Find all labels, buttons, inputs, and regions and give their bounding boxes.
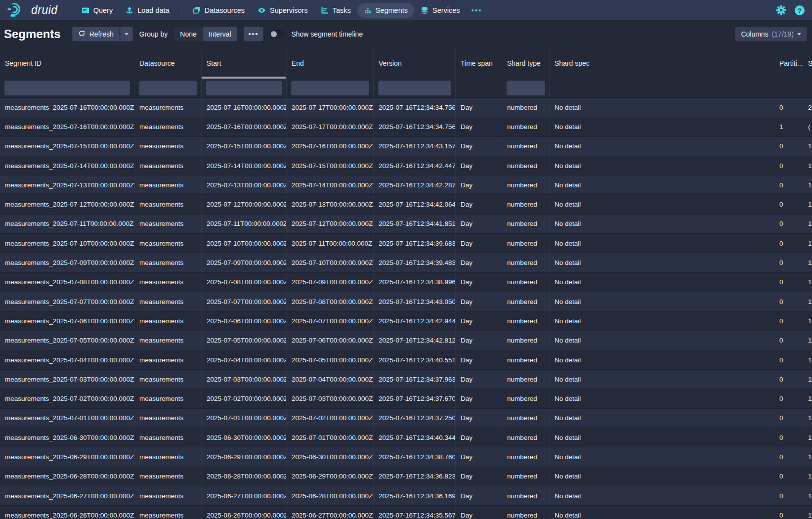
cell-size[interactable]: 1 bbox=[803, 195, 812, 214]
cell-datasource[interactable]: measurements bbox=[134, 331, 202, 350]
cell-partition[interactable]: 0 bbox=[774, 506, 803, 519]
filter-input-start[interactable] bbox=[206, 81, 282, 95]
filter-input-segment_id[interactable] bbox=[4, 81, 130, 95]
cell-datasource[interactable]: measurements bbox=[134, 428, 202, 447]
cell-shard_spec[interactable]: No detail bbox=[550, 273, 774, 292]
column-header-size[interactable]: S bbox=[803, 48, 812, 79]
cell-datasource[interactable]: measurements bbox=[134, 389, 202, 408]
cell-shard_spec[interactable]: No detail bbox=[550, 234, 774, 253]
cell-segment_id[interactable]: measurements_2025-07-01T00:00:00.000Z... bbox=[0, 409, 134, 428]
cell-shard_spec[interactable]: No detail bbox=[550, 350, 774, 369]
cell-segment_id[interactable]: measurements_2025-06-28T00:00:00.000Z... bbox=[0, 467, 134, 486]
cell-end[interactable]: 2025-07-15T00:00:00.000Z bbox=[287, 156, 374, 175]
cell-end[interactable]: 2025-07-01T00:00:00.000Z bbox=[287, 428, 374, 447]
cell-start[interactable]: 2025-07-16T00:00:00.000Z bbox=[202, 98, 287, 117]
cell-shard_spec[interactable]: No detail bbox=[550, 370, 774, 389]
cell-version[interactable]: 2025-07-16T12:34:35.567Z bbox=[374, 506, 456, 519]
cell-start[interactable]: 2025-07-08T00:00:00.000Z bbox=[202, 273, 287, 292]
nav-item-query[interactable]: Query bbox=[75, 3, 120, 18]
cell-segment_id[interactable]: measurements_2025-07-05T00:00:00.000Z... bbox=[0, 331, 134, 350]
cell-time_span[interactable]: Day bbox=[456, 137, 502, 156]
nav-item-tasks[interactable]: Tasks bbox=[314, 3, 357, 18]
cell-shard_spec[interactable]: No detail bbox=[550, 389, 774, 408]
table-row[interactable]: measurements_2025-07-06T00:00:00.000Z...… bbox=[0, 311, 812, 331]
table-row[interactable]: measurements_2025-06-28T00:00:00.000Z...… bbox=[0, 467, 812, 486]
column-header-partition[interactable]: Partiti... bbox=[774, 48, 803, 79]
cell-start[interactable]: 2025-06-28T00:00:00.000Z bbox=[202, 467, 287, 486]
refresh-interval-dropdown[interactable] bbox=[120, 27, 133, 42]
cell-end[interactable]: 2025-06-28T00:00:00.000Z bbox=[287, 486, 374, 505]
cell-partition[interactable]: 0 bbox=[774, 331, 803, 350]
gear-icon[interactable] bbox=[776, 5, 786, 15]
cell-segment_id[interactable]: measurements_2025-07-14T00:00:00.000Z... bbox=[0, 156, 134, 175]
table-row[interactable]: measurements_2025-07-09T00:00:00.000Z...… bbox=[0, 253, 812, 272]
toolbar-more-button[interactable]: ••• bbox=[244, 27, 264, 42]
cell-shard_spec[interactable]: No detail bbox=[550, 253, 774, 272]
cell-time_span[interactable]: Day bbox=[456, 409, 502, 428]
column-header-shard_spec[interactable]: Shard spec bbox=[550, 48, 774, 79]
cell-size[interactable]: 1 bbox=[803, 215, 812, 233]
cell-time_span[interactable]: Day bbox=[456, 467, 502, 486]
cell-version[interactable]: 2025-07-16T12:34:34.756Z bbox=[374, 117, 456, 136]
cell-segment_id[interactable]: measurements_2025-07-12T00:00:00.000Z... bbox=[0, 195, 134, 214]
cell-size[interactable]: 1 bbox=[803, 253, 812, 272]
table-row[interactable]: measurements_2025-07-08T00:00:00.000Z...… bbox=[0, 273, 812, 292]
cell-time_span[interactable]: Day bbox=[456, 253, 502, 272]
cell-size[interactable]: 1 bbox=[803, 273, 812, 292]
cell-partition[interactable]: 0 bbox=[774, 428, 803, 447]
cell-partition[interactable]: 0 bbox=[774, 467, 803, 486]
cell-version[interactable]: 2025-07-16T12:34:36.823Z bbox=[374, 467, 456, 486]
cell-partition[interactable]: 0 bbox=[774, 389, 803, 408]
cell-version[interactable]: 2025-07-16T12:34:34.756Z bbox=[374, 98, 456, 117]
cell-end[interactable]: 2025-07-05T00:00:00.000Z bbox=[287, 350, 374, 369]
cell-datasource[interactable]: measurements bbox=[134, 409, 202, 428]
cell-version[interactable]: 2025-07-16T12:34:42.812Z bbox=[374, 331, 456, 350]
table-row[interactable]: measurements_2025-07-13T00:00:00.000Z...… bbox=[0, 175, 812, 195]
cell-start[interactable]: 2025-07-11T00:00:00.000Z bbox=[202, 215, 287, 233]
table-row[interactable]: measurements_2025-07-12T00:00:00.000Z...… bbox=[0, 195, 812, 214]
cell-start[interactable]: 2025-06-26T00:00:00.000Z bbox=[202, 506, 287, 519]
cell-shard_type[interactable]: numbered bbox=[502, 195, 550, 214]
cell-partition[interactable]: 0 bbox=[774, 253, 803, 272]
cell-segment_id[interactable]: measurements_2025-06-30T00:00:00.000Z... bbox=[0, 428, 134, 447]
cell-datasource[interactable]: measurements bbox=[134, 506, 202, 519]
cell-segment_id[interactable]: measurements_2025-07-16T00:00:00.000Z... bbox=[0, 117, 134, 136]
help-icon[interactable]: ? bbox=[794, 5, 805, 16]
cell-size[interactable]: 1 bbox=[803, 292, 812, 311]
cell-datasource[interactable]: measurements bbox=[134, 156, 202, 175]
cell-end[interactable]: 2025-07-14T00:00:00.000Z bbox=[287, 175, 374, 194]
cell-datasource[interactable]: measurements bbox=[134, 273, 202, 292]
cell-datasource[interactable]: measurements bbox=[134, 117, 202, 136]
cell-shard_spec[interactable]: No detail bbox=[550, 447, 774, 466]
column-header-shard_type[interactable]: Shard type bbox=[502, 48, 550, 79]
cell-size[interactable]: 1 bbox=[803, 175, 812, 194]
cell-datasource[interactable]: measurements bbox=[134, 195, 202, 214]
cell-shard_spec[interactable]: No detail bbox=[550, 98, 774, 117]
cell-partition[interactable]: 0 bbox=[774, 156, 803, 175]
cell-partition[interactable]: 0 bbox=[774, 137, 803, 156]
cell-time_span[interactable]: Day bbox=[456, 215, 502, 233]
cell-start[interactable]: 2025-07-09T00:00:00.000Z bbox=[202, 253, 287, 272]
cell-start[interactable]: 2025-07-12T00:00:00.000Z bbox=[202, 195, 287, 214]
table-row[interactable]: measurements_2025-07-16T00:00:00.000Z...… bbox=[0, 98, 812, 117]
cell-partition[interactable]: 0 bbox=[774, 311, 803, 330]
cell-segment_id[interactable]: measurements_2025-06-27T00:00:00.000Z... bbox=[0, 486, 134, 505]
nav-item-datasources[interactable]: Datasources bbox=[186, 3, 251, 18]
cell-partition[interactable]: 0 bbox=[774, 195, 803, 214]
cell-shard_type[interactable]: numbered bbox=[502, 389, 550, 408]
filter-input-datasource[interactable] bbox=[139, 81, 197, 95]
column-header-end[interactable]: End bbox=[287, 48, 374, 79]
segment-timeline-toggle[interactable] bbox=[270, 30, 285, 38]
cell-partition[interactable]: 0 bbox=[774, 234, 803, 253]
cell-shard_spec[interactable]: No detail bbox=[550, 428, 774, 447]
table-row[interactable]: measurements_2025-07-04T00:00:00.000Z...… bbox=[0, 350, 812, 370]
cell-partition[interactable]: 0 bbox=[774, 370, 803, 389]
cell-shard_type[interactable]: numbered bbox=[502, 428, 550, 447]
cell-end[interactable]: 2025-06-29T00:00:00.000Z bbox=[287, 467, 374, 486]
cell-segment_id[interactable]: measurements_2025-07-02T00:00:00.000Z... bbox=[0, 389, 134, 408]
cell-datasource[interactable]: measurements bbox=[134, 292, 202, 311]
cell-time_span[interactable]: Day bbox=[456, 447, 502, 466]
cell-shard_type[interactable]: numbered bbox=[502, 156, 550, 175]
cell-segment_id[interactable]: measurements_2025-07-04T00:00:00.000Z... bbox=[0, 350, 134, 369]
cell-shard_spec[interactable]: No detail bbox=[550, 215, 774, 233]
